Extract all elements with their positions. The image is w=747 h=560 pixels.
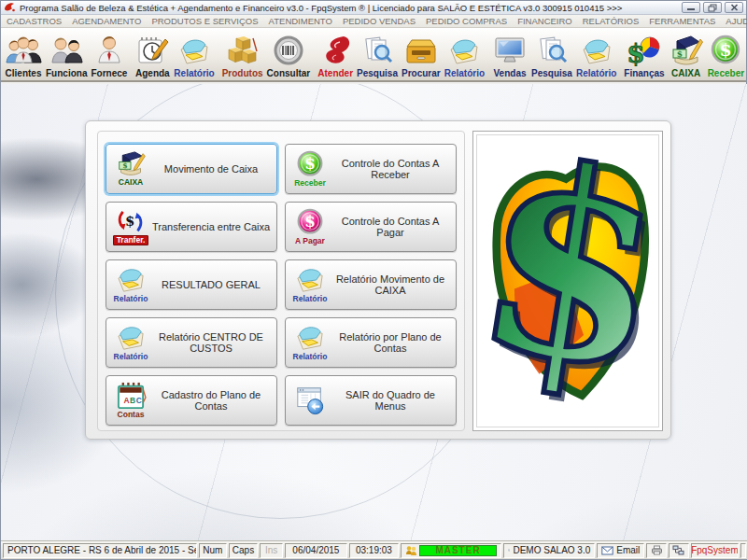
status-num-text: Num	[203, 545, 222, 555]
toolbar-funcionarios[interactable]: Funciona	[44, 28, 89, 80]
button-contas-a-pagar[interactable]: $ A Pagar Controle do Contas A Pagar	[285, 202, 457, 252]
transfer-icon: $	[115, 209, 147, 234]
toolbar-pesquisa-atendimento-label: Pesquisa	[357, 68, 398, 78]
svg-text:$: $	[304, 212, 316, 231]
toolbar-consultar[interactable]: Consultar	[265, 28, 313, 80]
svg-text:$: $	[125, 212, 134, 229]
button-transferencia-entre-caixa[interactable]: $ Tranfer. Transferencia entre Caixa	[106, 202, 277, 252]
terminal-icon	[508, 545, 510, 555]
agenda-icon	[134, 35, 170, 68]
button-badge: Contas	[118, 411, 145, 419]
button-badge: Relatório	[293, 353, 328, 361]
app-logo-icon	[4, 2, 16, 13]
button-relatorio-movimento-caixa[interactable]: Relatório Relatório Movimento de CAIXA	[285, 259, 457, 310]
status-brand-text: FpqSystem	[691, 545, 739, 555]
status-users-2	[740, 543, 746, 558]
button-contas-a-receber[interactable]: $ Receber Controle do Contas A Receber	[285, 144, 457, 194]
svg-text:$: $	[720, 39, 732, 60]
toolbar-financas[interactable]: $ Finanças	[622, 28, 666, 80]
button-cadastro-plano-de-contas[interactable]: A B C Contas Cadastro do Plano de Contas	[106, 375, 277, 426]
button-label: Controle do Contas A Receber	[331, 158, 456, 180]
menu-ajuda[interactable]: AJUDA	[726, 16, 747, 26]
restore-button[interactable]	[703, 2, 722, 13]
svg-text:$: $	[627, 38, 644, 68]
toolbar-relatorio-atendimento-label: Relatório	[444, 68, 485, 78]
status-printer[interactable]	[646, 543, 667, 558]
printer-icon	[446, 35, 482, 68]
svg-text:$: $	[477, 135, 658, 427]
toolbar-caixa[interactable]: $ CAIXA	[667, 28, 706, 80]
receive-coin-icon: $	[295, 150, 325, 178]
finance-pie-icon: $	[627, 35, 662, 68]
button-badge: Relatório	[114, 353, 148, 361]
status-location: PORTO ALEGRE - RS 6 de Abril de 2015 - S…	[3, 543, 197, 558]
file-drawer-icon	[403, 35, 439, 68]
status-insert: Ins	[260, 543, 283, 558]
menu-pedido-vendas[interactable]: PEDIDO VENDAS	[343, 16, 416, 26]
toolbar-pesquisa-vendas[interactable]: Pesquisa	[529, 28, 574, 80]
button-relatorio-centro-de-custos[interactable]: Relatório Relatório CENTRO DE CUSTOS	[106, 317, 277, 368]
svg-text:$: $	[122, 161, 127, 170]
menu-ferramentas[interactable]: FERRAMENTAS	[649, 16, 715, 26]
suppliers-icon	[93, 35, 125, 68]
printer-icon	[293, 266, 327, 294]
status-location-text: PORTO ALEGRE - RS 6 de Abril de 2015 - S…	[7, 545, 197, 555]
printer-icon	[176, 35, 212, 68]
status-company-text: DEMO SALAO 3.0	[513, 545, 590, 555]
search-pages-icon	[534, 35, 570, 68]
printer-icon	[293, 324, 327, 352]
status-email-text: Email	[616, 545, 640, 555]
button-badge: A Pagar	[295, 237, 325, 245]
toolbar-vendas[interactable]: Vendas	[490, 28, 529, 80]
users-icon	[405, 545, 417, 556]
statusbar: PORTO ALEGRE - RS 6 de Abril de 2015 - S…	[1, 540, 747, 559]
button-label: RESULTADO GERAL	[151, 279, 276, 290]
window-title: Programa Salão de Beleza & Estética + Ag…	[20, 3, 679, 13]
menu-financeiro[interactable]: FINANCEIRO	[517, 16, 572, 26]
toolbar-fornecedores[interactable]: Fornece	[89, 28, 129, 80]
close-button[interactable]	[725, 2, 743, 13]
minimize-button[interactable]	[682, 2, 700, 13]
receive-coin-icon: $	[709, 35, 742, 68]
button-relatorio-plano-de-contas[interactable]: Relatório Relatório por Plano de Contas	[285, 317, 457, 368]
menu-atendimento[interactable]: ATENDIMENTO	[269, 16, 332, 26]
toolbar-consultar-label: Consultar	[267, 68, 311, 78]
button-label: Controle do Contas A Pagar	[331, 216, 456, 238]
toolbar-financas-label: Finanças	[624, 68, 664, 78]
cash-book-icon: $	[114, 151, 148, 177]
toolbar-receber-label: Receber	[708, 68, 744, 78]
button-sair-quadro-de-menus[interactable]: SAIR do Quadro de Menus	[285, 375, 457, 426]
toolbar-clientes[interactable]: Clientes	[3, 28, 44, 80]
button-resultado-geral[interactable]: Relatório RESULTADO GERAL	[106, 259, 277, 310]
close-icon	[730, 4, 739, 11]
toolbar-agenda[interactable]: Agenda	[133, 28, 172, 80]
toolbar-procurar[interactable]: Procurar	[400, 28, 443, 80]
menu-agendamento[interactable]: AGENDAMENTO	[72, 16, 141, 26]
button-badge: Relatório	[114, 295, 148, 303]
button-badge: Receber	[294, 179, 326, 188]
menu-relatorios[interactable]: RELATÓRIOS	[583, 16, 640, 26]
menu-cadastros[interactable]: CADASTROS	[7, 16, 62, 26]
toolbar-produtos[interactable]: Produtos	[220, 28, 265, 80]
toolbar-relatorio-atendimento[interactable]: Relatório	[443, 28, 486, 80]
barcode-icon	[272, 35, 305, 68]
svg-text:B: B	[130, 396, 135, 405]
status-date: 06/04/2015	[285, 543, 347, 558]
menu-pedido-compras[interactable]: PEDIDO COMPRAS	[426, 16, 507, 26]
toolbar-relatorio-agenda-label: Relatório	[174, 68, 214, 78]
svg-text:C: C	[136, 396, 142, 405]
menu-produtos-e-servicos[interactable]: PRODUTOS E SERVIÇOS	[151, 16, 258, 26]
status-network[interactable]	[669, 543, 689, 558]
toolbar-receber[interactable]: $ Receber	[706, 28, 746, 80]
toolbar-relatorio-agenda[interactable]: Relatório	[172, 28, 216, 80]
status-date-text: 06/04/2015	[292, 545, 339, 555]
toolbar-atender[interactable]: Atender	[316, 28, 355, 80]
financeiro-menu-panel: $ CAIXA Movimento de Caixa $	[85, 120, 671, 440]
envelope-icon	[601, 546, 613, 555]
status-time: 03:19:03	[349, 543, 399, 558]
restore-icon	[708, 4, 717, 12]
button-movimento-de-caixa[interactable]: $ CAIXA Movimento de Caixa	[106, 144, 277, 194]
toolbar-pesquisa-atendimento[interactable]: Pesquisa	[355, 28, 400, 80]
status-email[interactable]: Email	[597, 543, 644, 558]
toolbar-relatorio-vendas[interactable]: Relatório	[574, 28, 618, 80]
